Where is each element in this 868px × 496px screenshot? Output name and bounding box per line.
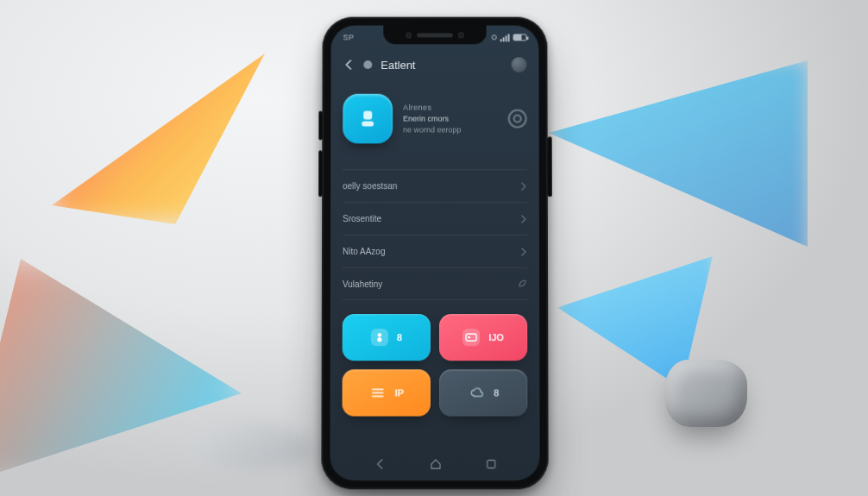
settings-list: oelly soestsan Srosentite Nito AAzog Vul… [343, 169, 527, 300]
bg-pebble-right [665, 360, 747, 427]
list-item[interactable]: Nito AAzog [343, 235, 527, 267]
tile-quaternary[interactable]: 8 [439, 369, 527, 416]
status-indicator-icon [492, 35, 497, 40]
hero-line-1: Enerin cmors [403, 115, 498, 123]
bg-triangle-blue-large [549, 60, 808, 267]
card-icon [462, 329, 480, 346]
hero-line-2: ne wornd eeropp [403, 126, 498, 135]
tile-secondary[interactable]: IJO [439, 314, 527, 361]
cloud-icon [468, 384, 485, 401]
leaf-icon [519, 279, 527, 288]
nav-back-button[interactable] [374, 458, 386, 470]
tile-tertiary[interactable]: IP [343, 369, 431, 416]
phone-side-button [318, 111, 322, 141]
phone-frame: SP Eatlent [321, 17, 548, 490]
list-item[interactable]: oelly soestsan [343, 169, 527, 202]
hero-card[interactable]: Alrenes Enerin cmors ne wornd eeropp [343, 87, 527, 151]
bg-pebble-left [186, 423, 315, 470]
hero-tile-glyph-icon [362, 122, 374, 127]
tile-label: IP [395, 387, 404, 398]
hero-text: Alrenes Enerin cmors ne wornd eeropp [403, 104, 498, 135]
header-status-dot-icon [363, 60, 372, 69]
svg-rect-2 [466, 334, 476, 341]
list-item-label: oelly soestsan [343, 181, 397, 191]
phone-screen: SP Eatlent [330, 26, 539, 481]
app-header: Eatlent [330, 51, 538, 78]
status-bar: SP [331, 28, 539, 46]
phone-power-button [548, 136, 552, 197]
system-nav-bar [330, 453, 539, 475]
list-item[interactable]: Vulahetiny [343, 267, 527, 300]
list-item-label: Srosentite [343, 214, 381, 223]
chevron-right-icon [520, 248, 527, 256]
chevron-right-icon [520, 182, 527, 191]
list-item-label: Nito AAzog [343, 247, 386, 256]
status-left-text: SP [343, 33, 355, 41]
list-item-label: Vulahetiny [343, 279, 382, 289]
page-title: Eatlent [381, 59, 415, 72]
tile-label: IJO [488, 332, 504, 342]
list-item[interactable]: Srosentite [343, 202, 527, 235]
nav-home-button[interactable] [430, 458, 442, 470]
svg-rect-3 [468, 336, 470, 338]
list-icon [369, 384, 387, 401]
scene-backdrop: SP Eatlent [0, 0, 868, 496]
phone-side-button [318, 150, 322, 197]
battery-icon [513, 34, 527, 41]
chevron-left-icon [343, 60, 354, 70]
hero-action-icon[interactable] [508, 110, 527, 129]
hero-tile-glyph-icon [363, 111, 372, 120]
tile-glyph-icon [371, 329, 388, 346]
chevron-right-icon [520, 215, 527, 223]
svg-point-0 [378, 333, 381, 336]
profile-avatar[interactable] [512, 57, 527, 72]
svg-point-1 [377, 337, 381, 342]
tile-label: 8 [397, 332, 402, 342]
signal-icon [500, 34, 510, 41]
hero-app-tile [343, 94, 393, 144]
hero-overline: Alrenes [403, 104, 498, 112]
back-button[interactable] [343, 59, 355, 71]
svg-rect-4 [487, 460, 494, 468]
tile-label: 8 [494, 387, 499, 398]
tile-primary[interactable]: 8 [343, 314, 431, 361]
bg-triangle-warm [52, 35, 276, 224]
nav-recents-button[interactable] [486, 459, 496, 469]
action-tiles: 8 IJO IP 8 [343, 314, 528, 417]
